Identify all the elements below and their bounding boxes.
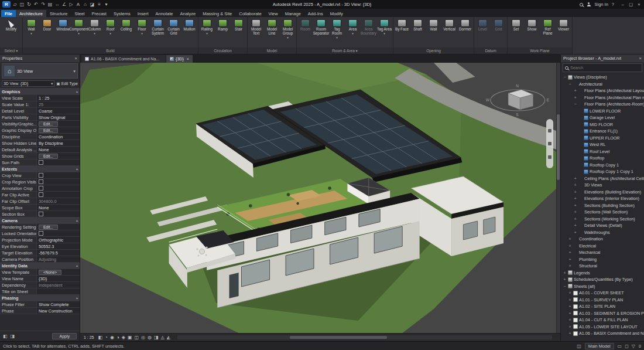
ribbon-button[interactable]: Component bbox=[71, 18, 87, 47]
property-value[interactable]: Coordination bbox=[36, 134, 80, 140]
tree-item[interactable]: + Detail Views (Detail) bbox=[561, 222, 644, 229]
ribbon-tab[interactable]: Precast bbox=[88, 10, 110, 17]
properties-help-icon[interactable]: ◧ bbox=[3, 334, 8, 339]
property-value[interactable]: New Construction bbox=[36, 308, 80, 314]
ribbon-button[interactable]: By Face bbox=[394, 18, 410, 47]
ribbon-button[interactable]: Door bbox=[39, 18, 55, 47]
ribbon-tab[interactable]: Insert bbox=[134, 10, 152, 17]
tree-item[interactable]: + Walkthroughs bbox=[561, 229, 644, 236]
expand-toggle[interactable]: + bbox=[568, 304, 572, 308]
tree-item[interactable]: Rooftop Copy 1 bbox=[561, 162, 644, 169]
tree-item[interactable]: Entrance FL(1) bbox=[561, 128, 644, 135]
crop-view-icon[interactable]: ▣ bbox=[128, 334, 132, 342]
visual-style-icon[interactable]: ◔ bbox=[105, 334, 108, 342]
ribbon-button[interactable]: Column bbox=[87, 18, 102, 47]
tree-item[interactable]: − Views (Discipline) bbox=[561, 74, 644, 81]
temporary-hide-isolate-icon[interactable]: ◎ bbox=[141, 334, 145, 342]
ribbon-button[interactable]: Wall bbox=[426, 18, 441, 47]
open-icon[interactable]: ▱ bbox=[12, 1, 18, 8]
ribbon-button[interactable]: Roof bbox=[102, 18, 118, 47]
property-value[interactable]: Independent bbox=[36, 282, 80, 288]
tree-item[interactable]: MID FLOOR bbox=[561, 121, 644, 128]
design-options-select[interactable]: Main Model bbox=[585, 343, 614, 349]
ribbon-button[interactable]: Model Text bbox=[248, 18, 264, 47]
ribbon-tab[interactable]: Annotate bbox=[152, 10, 176, 17]
ribbon-button[interactable]: Shaft bbox=[410, 18, 426, 47]
reveal-hidden-elements-icon[interactable]: ◍ bbox=[148, 334, 152, 342]
tree-item[interactable]: + Electrical bbox=[561, 243, 644, 250]
ribbon-tab[interactable]: Architecture bbox=[16, 10, 46, 17]
expand-toggle[interactable]: + bbox=[573, 203, 577, 208]
filter-icon[interactable]: ▽ bbox=[632, 344, 635, 349]
expand-toggle[interactable]: + bbox=[573, 217, 577, 221]
tree-item[interactable]: − Architectural bbox=[561, 81, 644, 88]
chevron-down-icon[interactable]: ▾ bbox=[51, 81, 53, 86]
ribbon-tab[interactable]: Collaborate bbox=[235, 10, 265, 17]
expand-toggle[interactable]: + bbox=[568, 291, 572, 295]
ribbon-button[interactable]: Dormer bbox=[457, 18, 473, 47]
ribbon-tab[interactable]: Systems bbox=[110, 10, 134, 17]
ribbon-button[interactable]: Ref Plane bbox=[540, 18, 556, 47]
property-value[interactable]: Edit... bbox=[36, 121, 80, 127]
close-icon[interactable]: × bbox=[639, 56, 642, 61]
expand-toggle[interactable]: + bbox=[568, 264, 572, 268]
ribbon-button[interactable]: Room Separator bbox=[313, 18, 329, 47]
close-icon[interactable]: × bbox=[75, 56, 77, 61]
temporary-view-properties-icon[interactable]: ◨ bbox=[154, 334, 159, 342]
drawing-area[interactable]: N E S W bbox=[80, 63, 560, 333]
sun-path-icon[interactable]: ◉ bbox=[110, 334, 114, 342]
ribbon-button[interactable]: Grid bbox=[491, 18, 506, 47]
ribbon-panel-label[interactable]: Datum bbox=[474, 47, 507, 54]
tree-item[interactable]: + Ceiling Plans (Architectural Ceiling bbox=[561, 175, 644, 182]
tree-item[interactable]: + A0.01 - COVER SHEET bbox=[561, 290, 644, 297]
ribbon-panel-label[interactable]: Room & Area ▾ bbox=[297, 47, 393, 54]
analytical-model-icon[interactable]: ◬ bbox=[161, 334, 165, 342]
vertical-scrollbar[interactable] bbox=[556, 63, 560, 333]
browser-search-input[interactable] bbox=[570, 66, 640, 70]
property-value[interactable]: Adjusting bbox=[36, 256, 80, 262]
ribbon-button[interactable]: Tag Room bbox=[329, 18, 345, 47]
property-value[interactable]: By Discipline bbox=[36, 140, 80, 146]
ribbon-tab[interactable]: Steel bbox=[71, 10, 88, 17]
expand-toggle[interactable]: + bbox=[563, 271, 567, 275]
tree-item[interactable]: + A1.01 - SURVEY PLAN bbox=[561, 297, 644, 304]
view-tab[interactable]: A1.06 - BASIX Commitment and Na... bbox=[81, 55, 166, 63]
ribbon-button[interactable]: Set bbox=[508, 18, 524, 47]
scrollbar-thumb[interactable] bbox=[557, 114, 560, 180]
render-icon[interactable]: ◈ bbox=[122, 334, 125, 342]
tree-item[interactable]: − Sheets (all) bbox=[561, 283, 644, 290]
save-icon[interactable]: ◫ bbox=[19, 1, 25, 8]
ribbon-button[interactable]: Ceiling bbox=[118, 18, 134, 47]
aligned-dimension-icon[interactable]: ∠ bbox=[61, 1, 67, 8]
tree-item[interactable]: + A1.05 - LOWER SITE LAYOUT bbox=[561, 324, 644, 331]
ribbon-button[interactable]: Mullion bbox=[181, 18, 197, 47]
ribbon-tab[interactable]: File bbox=[1, 10, 16, 17]
ribbon-tab[interactable]: Manage bbox=[282, 10, 304, 17]
scrollbar-thumb[interactable] bbox=[290, 336, 387, 339]
tree-item[interactable]: + Mechanical bbox=[561, 249, 644, 256]
editable-only-icon[interactable]: ▭ bbox=[618, 344, 622, 349]
worksets-icon[interactable]: ◫ bbox=[577, 344, 581, 349]
ribbon-tab[interactable]: View bbox=[265, 10, 282, 17]
expand-toggle[interactable]: + bbox=[568, 318, 572, 322]
property-value[interactable] bbox=[36, 185, 80, 191]
sign-in-button[interactable]: Sign In bbox=[594, 2, 608, 7]
expand-toggle[interactable]: + bbox=[568, 250, 572, 254]
print-icon[interactable]: ▤ bbox=[47, 1, 53, 8]
property-value[interactable]: Show Complete bbox=[36, 301, 80, 307]
3d-scene[interactable]: N E S W bbox=[80, 63, 560, 333]
tree-item[interactable]: + A1.06 - BASIX Commitment and NatH... bbox=[561, 330, 644, 337]
properties-pin-icon[interactable]: ◨ bbox=[11, 334, 15, 339]
property-value[interactable]: <None> bbox=[36, 269, 80, 275]
property-value[interactable]: 304800.0 bbox=[36, 198, 80, 204]
property-value[interactable] bbox=[36, 159, 80, 165]
ribbon-button[interactable]: Vertical bbox=[441, 18, 457, 47]
tree-item[interactable]: + A1.03 - SEDIMENT & EROSION PLAN bbox=[561, 310, 644, 317]
app-menu-button[interactable]: R bbox=[2, 1, 11, 8]
help-icon[interactable]: ? bbox=[612, 2, 614, 7]
customize-qat-icon[interactable]: ▾ bbox=[103, 1, 109, 8]
expand-toggle[interactable]: + bbox=[573, 210, 577, 214]
displacement-sets-icon[interactable]: ◭ bbox=[167, 334, 170, 342]
ribbon-button[interactable]: Room bbox=[297, 18, 313, 47]
ribbon-panel-label[interactable]: Work Plane bbox=[508, 47, 572, 54]
